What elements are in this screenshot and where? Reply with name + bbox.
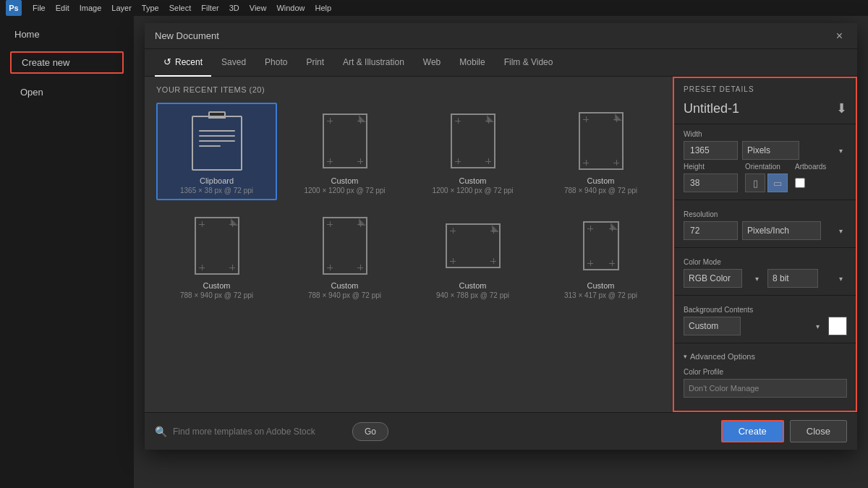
list-item[interactable]: Custom 940 × 788 px @ 72 ppi: [412, 207, 533, 305]
advanced-options-toggle[interactable]: ▾ Advanced Options: [673, 348, 857, 365]
item-size: 940 × 788 px @ 72 ppi: [436, 291, 509, 299]
menu-edit[interactable]: Edit: [51, 2, 75, 14]
go-button[interactable]: Go: [352, 422, 388, 441]
adv-arrow-icon: ▾: [684, 353, 687, 360]
artboards-label: Artboards: [795, 163, 826, 171]
preset-name-row: Untitled-1 ⬇: [673, 98, 857, 124]
color-depth-select[interactable]: 8 bit 16 bit 32 bit: [767, 269, 818, 288]
item-name: Custom: [331, 176, 359, 185]
orientation-label: Orientation: [745, 163, 788, 171]
menu-window[interactable]: Window: [271, 2, 310, 14]
resolution-input[interactable]: [684, 221, 738, 240]
tab-recent[interactable]: ↺ Recent: [155, 49, 211, 77]
color-profile-label: Color Profile: [684, 368, 847, 376]
menu-file[interactable]: File: [27, 2, 51, 14]
width-label: Width: [684, 130, 847, 138]
width-unit-select[interactable]: Pixels Inches Centimeters: [742, 141, 799, 160]
list-item[interactable]: Custom 788 × 940 px @ 72 ppi: [156, 207, 277, 305]
portrait-icon: ▯: [753, 178, 758, 189]
dialog-title-bar: New Document ×: [145, 23, 857, 49]
dialog-close-button[interactable]: ×: [832, 28, 847, 44]
dialog-actions: Create Close: [721, 420, 847, 442]
color-mode-wrapper: RGB Color CMYK Color Grayscale: [684, 269, 763, 288]
color-mode-group: Color Mode RGB Color CMYK Color Grayscal…: [673, 252, 857, 291]
height-label: Height: [684, 163, 738, 171]
close-button[interactable]: Close: [790, 420, 847, 442]
save-preset-icon[interactable]: ⬇: [836, 100, 847, 116]
resolution-label: Resolution: [684, 210, 847, 218]
item-thumbnail: [302, 108, 388, 174]
list-item[interactable]: Clipboard 1365 × 38 px @ 72 ppi: [156, 103, 277, 200]
tab-photo[interactable]: Photo: [256, 49, 296, 77]
recent-area[interactable]: YOUR RECENT ITEMS (20): [145, 77, 673, 412]
preset-panel: PRESET DETAILS Untitled-1 ⬇ Width Pixels: [673, 77, 857, 412]
dialog-title: New Document: [155, 30, 219, 41]
resolution-unit-select[interactable]: Pixels/Inch Pixels/Centimeter: [742, 221, 821, 240]
tab-mobile[interactable]: Mobile: [451, 49, 493, 77]
items-grid: Clipboard 1365 × 38 px @ 72 ppi: [156, 103, 661, 305]
bg-contents-wrapper: Custom White Black Transparent: [684, 317, 824, 335]
landscape-icon: ▭: [773, 178, 782, 189]
dialog-bottom-bar: 🔍 Go Create Close: [145, 412, 857, 450]
menu-3d[interactable]: 3D: [224, 2, 244, 14]
orientation-buttons: ▯ ▭: [745, 174, 788, 192]
item-name: Custom: [587, 176, 615, 185]
artboards-checkbox[interactable]: [795, 178, 805, 188]
tab-art[interactable]: Art & Illustration: [334, 49, 413, 77]
menu-filter[interactable]: Filter: [196, 2, 224, 14]
item-name: Custom: [203, 281, 231, 290]
list-item[interactable]: Custom 788 × 940 px @ 72 ppi: [540, 103, 661, 200]
list-item[interactable]: Custom 1200 × 1200 px @ 72 ppi: [284, 103, 405, 200]
landscape-button[interactable]: ▭: [767, 174, 788, 192]
menu-select[interactable]: Select: [164, 2, 197, 14]
menu-bar: Ps File Edit Image Layer Type Select Fil…: [0, 0, 868, 16]
search-area: 🔍 Go: [155, 422, 388, 441]
color-mode-label: Color Mode: [684, 258, 847, 266]
search-input[interactable]: [173, 427, 346, 437]
recent-title: YOUR RECENT ITEMS (20): [156, 85, 661, 94]
list-item[interactable]: Custom 1200 × 1200 px @ 72 ppi: [412, 103, 533, 200]
menu-view[interactable]: View: [244, 2, 272, 14]
item-thumbnail: [430, 213, 516, 278]
ps-logo: Ps: [6, 0, 22, 16]
open-button[interactable]: Open: [10, 82, 124, 102]
item-name: Custom: [587, 281, 615, 290]
item-thumbnail: [174, 213, 260, 278]
create-new-button[interactable]: Create new: [10, 51, 124, 74]
color-mode-select[interactable]: RGB Color CMYK Color Grayscale: [684, 269, 742, 288]
tab-print[interactable]: Print: [297, 49, 333, 77]
search-icon: 🔍: [155, 426, 167, 437]
menu-image[interactable]: Image: [75, 2, 107, 14]
portrait-button[interactable]: ▯: [745, 174, 765, 192]
bg-contents-select[interactable]: Custom White Black Transparent: [684, 317, 741, 335]
dialog-body: YOUR RECENT ITEMS (20): [145, 77, 857, 412]
home-button[interactable]: Home: [0, 23, 134, 46]
color-swatch[interactable]: [828, 317, 847, 335]
height-input[interactable]: [684, 174, 738, 192]
item-name: Custom: [459, 176, 487, 185]
main-area: Home Create new Open New Document × ↺ Re…: [0, 16, 868, 488]
tab-film[interactable]: Film & Video: [495, 49, 562, 77]
dialog-overlay: New Document × ↺ Recent Saved Photo Prin…: [134, 16, 868, 488]
width-input[interactable]: [684, 141, 738, 160]
list-item[interactable]: Custom 313 × 417 px @ 72 ppi: [540, 207, 661, 305]
sidebar: Home Create new Open: [0, 16, 134, 488]
item-thumbnail: [558, 108, 644, 174]
dialog-tabs: ↺ Recent Saved Photo Print Art & Illustr…: [145, 49, 857, 77]
item-thumbnail: [430, 108, 516, 174]
item-thumbnail: [174, 108, 260, 174]
menu-layer[interactable]: Layer: [106, 2, 137, 14]
tab-saved[interactable]: Saved: [213, 49, 255, 77]
color-profile-select[interactable]: Don't Color Manage sRGB Adobe RGB: [684, 379, 847, 398]
item-size: 313 × 417 px @ 72 ppi: [564, 291, 637, 299]
resolution-unit-wrapper: Pixels/Inch Pixels/Centimeter: [742, 221, 847, 240]
adv-options-label: Advanced Options: [690, 352, 755, 361]
item-size: 1200 × 1200 px @ 72 ppi: [304, 187, 385, 194]
item-size: 788 × 940 px @ 72 ppi: [308, 291, 381, 299]
item-size: 788 × 940 px @ 72 ppi: [564, 187, 637, 194]
tab-web[interactable]: Web: [414, 49, 449, 77]
list-item[interactable]: Custom 788 × 940 px @ 72 ppi: [284, 207, 405, 305]
create-button[interactable]: Create: [721, 420, 784, 442]
menu-help[interactable]: Help: [310, 2, 337, 14]
menu-type[interactable]: Type: [137, 2, 164, 14]
